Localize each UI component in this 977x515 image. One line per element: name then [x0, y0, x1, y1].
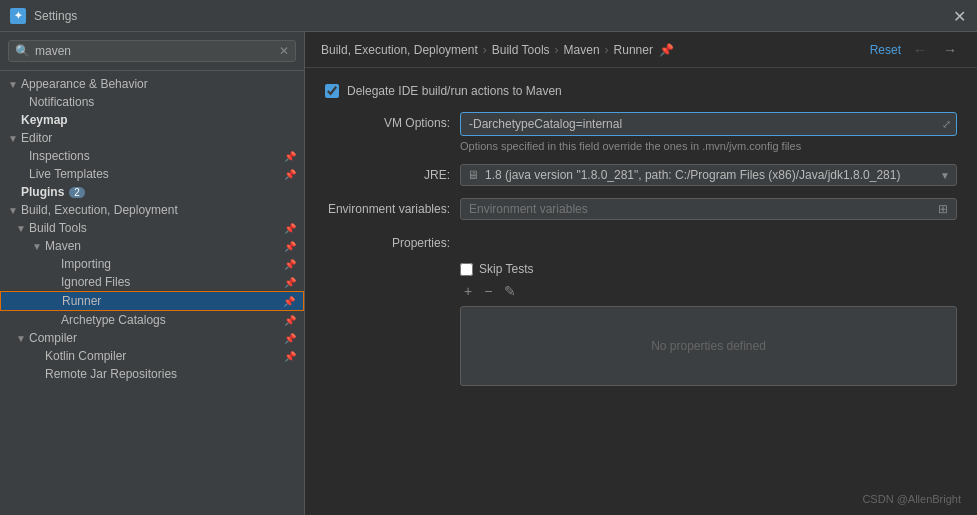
- breadcrumb-actions: Reset ← →: [870, 40, 961, 60]
- breadcrumb-bar: Build, Execution, Deployment › Build Too…: [305, 32, 977, 68]
- pin-icon: 📌: [284, 169, 296, 180]
- sidebar-item-plugins[interactable]: Plugins 2: [0, 183, 304, 201]
- search-wrap[interactable]: 🔍 ✕: [8, 40, 296, 62]
- sidebar-item-live-templates[interactable]: Live Templates 📌: [0, 165, 304, 183]
- breadcrumb-part-2[interactable]: Build Tools: [492, 43, 550, 57]
- chevron-down-icon: ▼: [940, 170, 950, 181]
- pin-icon: 📌: [284, 315, 296, 326]
- sidebar-item-runner[interactable]: Runner 📌: [0, 291, 304, 311]
- env-vars-row: Environment variables: ⊞: [325, 198, 957, 220]
- props-toolbar: + − ✎: [460, 282, 957, 300]
- env-edit-icon[interactable]: ⊞: [938, 202, 948, 216]
- sidebar-item-label-keymap: Keymap: [21, 113, 68, 127]
- jre-control: 🖥 1.8 (java version "1.8.0_281", path: C…: [460, 164, 957, 186]
- jre-select[interactable]: 1.8 (java version "1.8.0_281", path: C:/…: [485, 168, 950, 182]
- vm-options-label: VM Options:: [325, 112, 460, 130]
- no-properties-text: No properties defined: [651, 339, 766, 353]
- vm-options-control: ⤢ Options specified in this field overri…: [460, 112, 957, 152]
- jre-row: JRE: 🖥 1.8 (java version "1.8.0_281", pa…: [325, 164, 957, 186]
- delegate-checkbox[interactable]: [325, 84, 339, 98]
- properties-table: No properties defined: [460, 306, 957, 386]
- search-box: 🔍 ✕: [0, 32, 304, 71]
- sidebar-item-label: Appearance & Behavior: [21, 77, 148, 91]
- title-bar: ✦ Settings ✕: [0, 0, 977, 32]
- window-title: Settings: [34, 9, 77, 23]
- remove-property-button[interactable]: −: [480, 282, 496, 300]
- sidebar-item-notifications[interactable]: Notifications: [0, 93, 304, 111]
- sidebar-item-build-exec[interactable]: ▼ Build, Execution, Deployment: [0, 201, 304, 219]
- sidebar-item-build-tools[interactable]: ▼ Build Tools 📌: [0, 219, 304, 237]
- app-icon: ✦: [10, 8, 26, 24]
- sidebar-item-importing[interactable]: Importing 📌: [0, 255, 304, 273]
- properties-label: Properties:: [325, 232, 460, 250]
- edit-property-button[interactable]: ✎: [500, 282, 520, 300]
- jre-label: JRE:: [325, 164, 460, 182]
- breadcrumb-pin-icon: 📌: [659, 43, 674, 57]
- skip-tests-row: Skip Tests: [460, 262, 957, 276]
- breadcrumb-part-3[interactable]: Maven: [564, 43, 600, 57]
- add-property-button[interactable]: +: [460, 282, 476, 300]
- env-vars-label: Environment variables:: [325, 198, 460, 216]
- sidebar-item-kotlin-compiler[interactable]: Kotlin Compiler 📌: [0, 347, 304, 365]
- pin-icon: 📌: [284, 223, 296, 234]
- clear-icon[interactable]: ✕: [279, 44, 289, 58]
- breadcrumb-part-1[interactable]: Build, Execution, Deployment: [321, 43, 478, 57]
- pin-icon: 📌: [284, 277, 296, 288]
- search-icon: 🔍: [15, 44, 30, 58]
- env-vars-wrap[interactable]: ⊞: [460, 198, 957, 220]
- jre-icon: 🖥: [467, 168, 479, 182]
- content-area: Build, Execution, Deployment › Build Too…: [305, 32, 977, 515]
- close-button[interactable]: ✕: [953, 9, 967, 23]
- delegate-label[interactable]: Delegate IDE build/run actions to Maven: [347, 84, 562, 98]
- sidebar-item-maven[interactable]: ▼ Maven 📌: [0, 237, 304, 255]
- pin-icon: 📌: [284, 333, 296, 344]
- pin-icon: 📌: [284, 241, 296, 252]
- vm-options-hint: Options specified in this field override…: [460, 140, 957, 152]
- sidebar-item-editor[interactable]: ▼ Editor: [0, 129, 304, 147]
- skip-tests-label[interactable]: Skip Tests: [479, 262, 533, 276]
- sidebar-item-keymap[interactable]: Keymap: [0, 111, 304, 129]
- sidebar-item-remote-jar-repos[interactable]: Remote Jar Repositories: [0, 365, 304, 383]
- properties-label-row: Properties:: [325, 232, 957, 250]
- pin-icon: 📌: [284, 151, 296, 162]
- vm-options-row: VM Options: ⤢ Options specified in this …: [325, 112, 957, 152]
- sidebar-item-ignored-files[interactable]: Ignored Files 📌: [0, 273, 304, 291]
- reset-button[interactable]: Reset: [870, 43, 901, 57]
- sidebar: 🔍 ✕ ▼ Appearance & Behavior Notification…: [0, 32, 305, 515]
- plugins-badge: 2: [69, 187, 85, 198]
- env-vars-control: ⊞: [460, 198, 957, 220]
- pin-icon: 📌: [284, 259, 296, 270]
- pin-icon: 📌: [283, 296, 295, 307]
- pin-icon: 📌: [284, 351, 296, 362]
- nav-forward-button[interactable]: →: [939, 40, 961, 60]
- tree-area: ▼ Appearance & Behavior Notifications Ke…: [0, 71, 304, 515]
- sidebar-item-appearance[interactable]: ▼ Appearance & Behavior: [0, 75, 304, 93]
- sidebar-item-archetype-catalogs[interactable]: Archetype Catalogs 📌: [0, 311, 304, 329]
- jre-select-wrap[interactable]: 🖥 1.8 (java version "1.8.0_281", path: C…: [460, 164, 957, 186]
- sidebar-item-inspections[interactable]: Inspections 📌: [0, 147, 304, 165]
- search-input[interactable]: [35, 44, 279, 58]
- watermark: CSDN @AllenBright: [862, 493, 961, 505]
- vm-options-input[interactable]: [460, 112, 957, 136]
- delegate-checkbox-row: Delegate IDE build/run actions to Maven: [325, 84, 957, 98]
- vm-options-input-wrap: ⤢: [460, 112, 957, 136]
- expand-icon[interactable]: ⤢: [942, 118, 951, 131]
- env-vars-input[interactable]: [469, 202, 938, 216]
- main-layout: 🔍 ✕ ▼ Appearance & Behavior Notification…: [0, 32, 977, 515]
- settings-content: Delegate IDE build/run actions to Maven …: [305, 68, 977, 515]
- nav-back-button[interactable]: ←: [909, 40, 931, 60]
- breadcrumb-part-4[interactable]: Runner: [614, 43, 653, 57]
- skip-tests-checkbox[interactable]: [460, 263, 473, 276]
- sidebar-item-compiler[interactable]: ▼ Compiler 📌: [0, 329, 304, 347]
- collapse-arrow: ▼: [8, 79, 18, 90]
